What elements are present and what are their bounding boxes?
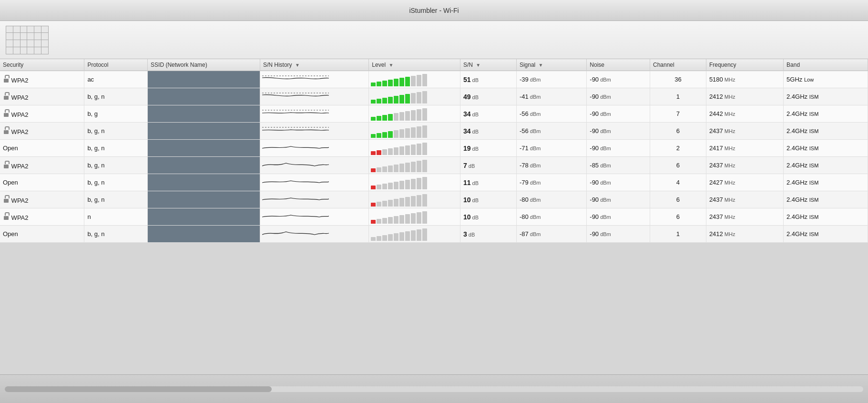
scrollbar-thumb[interactable] [5, 386, 272, 392]
cell-noise-8: -90 dBm [587, 208, 650, 226]
bar-segment-5 [399, 198, 404, 207]
cell-level-3 [369, 123, 460, 140]
bar-segment-0 [371, 151, 376, 155]
bar-segment-2 [382, 218, 387, 224]
cell-sn-1: 49 dB [460, 88, 516, 105]
table-row[interactable]: WPA2ac51 dB-39 dBm-90 dBm365180 MHz5GHz … [0, 71, 868, 88]
cell-signal-2: -56 dBm [516, 105, 586, 123]
table-row[interactable]: Openb, g, n3 dB-87 dBm-90 dBm12412 MHz2.… [0, 226, 868, 243]
col-header-noise[interactable]: Noise [587, 59, 650, 71]
bar-segment-7 [411, 162, 416, 172]
col-header-security[interactable]: Security [0, 59, 84, 71]
bar-segment-1 [377, 167, 381, 172]
table-row[interactable]: WPA2b, g, n7 dB-78 dBm-85 dBm62437 MHz2.… [0, 157, 868, 174]
cell-band-5: 2.4GHz ISM [784, 157, 868, 174]
cell-band-2: 2.4GHz ISM [784, 105, 868, 123]
cell-channel-4: 2 [650, 140, 706, 157]
cell-frequency-7: 2437 MHz [706, 191, 783, 208]
bar-segment-8 [417, 126, 421, 138]
bar-segment-3 [388, 234, 393, 241]
bar-segment-9 [422, 194, 427, 207]
cell-ssid-1 [148, 88, 260, 105]
bar-segment-0 [371, 237, 376, 241]
bar-segment-9 [422, 228, 427, 241]
bar-segment-2 [382, 149, 387, 155]
cell-signal-9: -87 dBm [516, 226, 586, 243]
bar-segment-8 [417, 75, 421, 86]
table-row[interactable]: Openb, g, n11 dB-79 dBm-90 dBm42427 MHz2… [0, 174, 868, 191]
bar-segment-3 [388, 217, 393, 224]
cell-sn-5: 7 dB [460, 157, 516, 174]
cell-band-1: 2.4GHz ISM [784, 88, 868, 105]
sort-arrow-sn: ▼ [476, 62, 480, 68]
waveform-svg-3 [262, 124, 329, 137]
table-wrapper: Security Protocol SSID (Network Name) S/… [0, 59, 868, 243]
table-row[interactable]: WPA2b, g, n10 dB-80 dBm-90 dBm62437 MHz2… [0, 191, 868, 208]
cell-frequency-8: 2437 MHz [706, 208, 783, 226]
cell-frequency-0: 5180 MHz [706, 71, 783, 88]
bar-segment-8 [417, 195, 421, 207]
cell-noise-1: -90 dBm [587, 88, 650, 105]
cell-sn-0: 51 dB [460, 71, 516, 88]
cell-security-8: WPA2 [0, 208, 84, 226]
bar-segment-1 [377, 185, 381, 189]
bar-segment-6 [405, 145, 410, 155]
scrollbar-track[interactable] [5, 386, 863, 392]
bottom-bar [0, 374, 868, 403]
cell-sn-6: 11 dB [460, 174, 516, 191]
col-header-level[interactable]: Level ▼ [369, 59, 460, 71]
cell-ssid-9 [148, 226, 260, 243]
cell-band-6: 2.4GHz ISM [784, 174, 868, 191]
table-row[interactable]: WPA2b, g, n49 dB-41 dBm-90 dBm12412 MHz2… [0, 88, 868, 105]
cell-band-3: 2.4GHz ISM [784, 123, 868, 140]
cell-signal-5: -78 dBm [516, 157, 586, 174]
col-header-ssid[interactable]: SSID (Network Name) [148, 59, 260, 71]
cell-frequency-1: 2412 MHz [706, 88, 783, 105]
table-row[interactable]: WPA2b, g34 dB-56 dBm-90 dBm72442 MHz2.4G… [0, 105, 868, 123]
bar-segment-3 [388, 200, 393, 207]
cell-sn-history-4 [260, 140, 368, 157]
bar-segment-9 [422, 125, 427, 138]
table-row[interactable]: WPA2n10 dB-80 dBm-90 dBm62437 MHz2.4GHz … [0, 208, 868, 226]
cell-security-4: Open [0, 140, 84, 157]
cell-security-6: Open [0, 174, 84, 191]
cell-level-7 [369, 191, 460, 208]
col-header-channel[interactable]: Channel [650, 59, 706, 71]
col-header-sn[interactable]: S/N ▼ [460, 59, 516, 71]
bar-segment-7 [411, 127, 416, 138]
cell-sn-history-5 [260, 157, 368, 174]
bar-segment-4 [394, 199, 398, 207]
col-header-sn-history[interactable]: S/N History ▼ [260, 59, 368, 71]
bar-segment-2 [382, 184, 387, 189]
bar-segment-0 [371, 134, 376, 138]
col-header-signal[interactable]: Signal ▼ [516, 59, 586, 71]
bar-segment-8 [417, 144, 421, 155]
bar-segment-1 [377, 202, 381, 207]
bar-segment-9 [422, 74, 427, 86]
bar-segment-6 [405, 94, 410, 103]
bar-segment-7 [411, 145, 416, 155]
cell-band-9: 2.4GHz ISM [784, 226, 868, 243]
cell-sn-history-6 [260, 174, 368, 191]
table-row[interactable]: WPA2b, g, n34 dB-56 dBm-90 dBm62437 MHz2… [0, 123, 868, 140]
bar-segment-8 [417, 92, 421, 103]
cell-ssid-3 [148, 123, 260, 140]
col-header-protocol[interactable]: Protocol [84, 59, 148, 71]
cell-sn-history-0 [260, 71, 368, 88]
bar-segment-4 [394, 96, 398, 103]
table-row[interactable]: Openb, g, n19 dB-71 dBm-90 dBm22417 MHz2… [0, 140, 868, 157]
cell-security-7: WPA2 [0, 191, 84, 208]
col-header-frequency[interactable]: Frequency [706, 59, 783, 71]
waveform-svg-8 [262, 209, 329, 223]
bar-segment-4 [394, 165, 398, 172]
cell-level-6 [369, 174, 460, 191]
bar-segment-2 [382, 115, 387, 121]
bar-segment-9 [422, 211, 427, 224]
bar-segment-3 [388, 148, 393, 155]
col-header-band[interactable]: Band [784, 59, 868, 71]
cell-frequency-2: 2442 MHz [706, 105, 783, 123]
bar-segment-8 [417, 109, 421, 121]
bar-segment-6 [405, 231, 410, 241]
cell-level-5 [369, 157, 460, 174]
cell-sn-history-1 [260, 88, 368, 105]
